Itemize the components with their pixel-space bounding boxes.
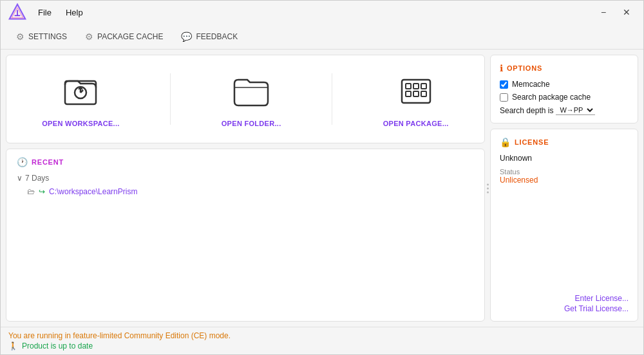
open-package-label: OPEN PACKAGE...: [383, 120, 449, 127]
recent-panel: 🕐 RECENT ∨ 7 Days 🗁 ↪ C:\workspace\Learn…: [6, 149, 485, 322]
settings-icon: ⚙: [16, 32, 24, 42]
folder-icon: 🗁: [27, 187, 35, 196]
search-package-option: Search package cache: [500, 93, 629, 102]
license-title: LICENSE: [515, 138, 549, 146]
svg-rect-11: [413, 84, 419, 89]
quick-actions-panel: OPEN WORKSPACE... OPEN FOLDER...: [6, 55, 485, 143]
nav-feedback-label: FEEDBACK: [196, 32, 238, 41]
recent-group-days: 7 Days: [25, 174, 49, 183]
divider-1: [170, 73, 171, 125]
depth-label: Search depth is: [500, 106, 553, 115]
community-edition-msg: You are running in feature-limited Commu…: [8, 331, 636, 340]
nav-package-cache-label: PACKAGE CACHE: [97, 32, 163, 41]
license-lock-icon: 🔒: [500, 137, 511, 147]
svg-rect-10: [406, 84, 411, 89]
license-type: Unknown: [500, 154, 629, 163]
title-bar-left: File Help: [8, 3, 86, 21]
nav-settings[interactable]: ⚙ SETTINGS: [8, 28, 75, 46]
nav-package-cache[interactable]: ⚙ PACKAGE CACHE: [77, 28, 171, 46]
file-sub-icon: ↪: [39, 187, 45, 196]
get-trial-link[interactable]: Get Trial License...: [564, 304, 629, 313]
recent-group-7days: ∨ 7 Days 🗁 ↪ C:\workspace\LearnPrism: [17, 174, 474, 198]
drag-dot-3: [487, 191, 489, 193]
memcache-checkbox[interactable]: [500, 80, 508, 89]
update-icon: 🚶: [8, 341, 18, 350]
nav-feedback[interactable]: 💬 FEEDBACK: [173, 28, 245, 46]
divider-2: [332, 73, 332, 125]
open-workspace-icon: [60, 71, 101, 112]
feedback-icon: 💬: [181, 32, 192, 42]
package-cache-icon: ⚙: [85, 32, 93, 42]
depth-option: Search depth is W→PP W→P W→W: [500, 105, 629, 115]
depth-select[interactable]: W→PP W→P W→W: [556, 105, 595, 115]
bottom-bar: You are running in feature-limited Commu…: [1, 327, 643, 354]
license-links: Enter License... Get Trial License...: [564, 294, 629, 313]
open-folder-label: OPEN FOLDER...: [222, 120, 281, 127]
open-package-icon: [395, 71, 437, 112]
menu-help[interactable]: Help: [63, 6, 86, 19]
license-status-value: Unlicensed: [500, 176, 629, 185]
left-panel: OPEN WORKSPACE... OPEN FOLDER...: [6, 55, 485, 322]
memcache-label[interactable]: Memcache: [512, 80, 550, 89]
main-window: File Help − ✕ ⚙ SETTINGS ⚙ PACKAGE CACHE…: [0, 0, 644, 355]
svg-rect-12: [421, 84, 426, 89]
app-logo: [8, 3, 26, 21]
right-panel: ℹ OPTIONS Memcache Search package cache …: [490, 55, 638, 322]
title-bar: File Help − ✕: [1, 1, 643, 24]
license-header: 🔒 LICENSE: [500, 137, 629, 147]
memcache-option: Memcache: [500, 80, 629, 89]
options-header: ℹ OPTIONS: [500, 63, 629, 73]
open-workspace-action[interactable]: OPEN WORKSPACE...: [42, 71, 119, 127]
open-folder-action[interactable]: OPEN FOLDER...: [222, 71, 281, 127]
chevron-down-icon: ∨: [17, 174, 23, 183]
minimize-button[interactable]: −: [594, 6, 612, 19]
open-package-action[interactable]: OPEN PACKAGE...: [383, 71, 449, 127]
close-button[interactable]: ✕: [618, 6, 636, 19]
recent-item-path: C:\workspace\LearnPrism: [49, 187, 137, 196]
open-workspace-label: OPEN WORKSPACE...: [42, 120, 119, 127]
drag-dot-2: [487, 187, 489, 189]
svg-rect-13: [406, 91, 411, 96]
main-content: OPEN WORKSPACE... OPEN FOLDER...: [1, 50, 643, 327]
menu-bar: File Help: [35, 6, 86, 19]
recent-item-learnprism[interactable]: 🗁 ↪ C:\workspace\LearnPrism: [17, 185, 474, 198]
menu-file[interactable]: File: [35, 6, 54, 19]
license-info: Unknown Status Unlicensed: [500, 154, 629, 185]
recent-clock-icon: 🕐: [17, 157, 28, 167]
search-package-label[interactable]: Search package cache: [512, 93, 591, 102]
options-info-icon: ℹ: [500, 63, 503, 73]
recent-header: 🕐 RECENT: [17, 157, 474, 167]
open-folder-icon: [231, 71, 272, 112]
update-text: Product is up to date: [22, 341, 93, 350]
svg-rect-14: [413, 91, 419, 96]
recent-title: RECENT: [32, 158, 64, 166]
drag-dot-1: [487, 183, 489, 185]
recent-group-label[interactable]: ∨ 7 Days: [17, 174, 474, 183]
search-package-checkbox[interactable]: [500, 93, 508, 102]
license-panel: 🔒 LICENSE Unknown Status Unlicensed Ente…: [490, 129, 638, 322]
options-title: OPTIONS: [507, 64, 542, 72]
svg-rect-15: [421, 91, 426, 96]
options-panel: ℹ OPTIONS Memcache Search package cache …: [490, 55, 638, 123]
update-msg: 🚶 Product is up to date: [8, 341, 636, 350]
nav-bar: ⚙ SETTINGS ⚙ PACKAGE CACHE 💬 FEEDBACK: [1, 24, 643, 50]
title-bar-controls: − ✕: [594, 6, 636, 19]
license-status-label: Status: [500, 168, 629, 176]
nav-settings-label: SETTINGS: [28, 32, 67, 41]
enter-license-link[interactable]: Enter License...: [575, 294, 629, 303]
